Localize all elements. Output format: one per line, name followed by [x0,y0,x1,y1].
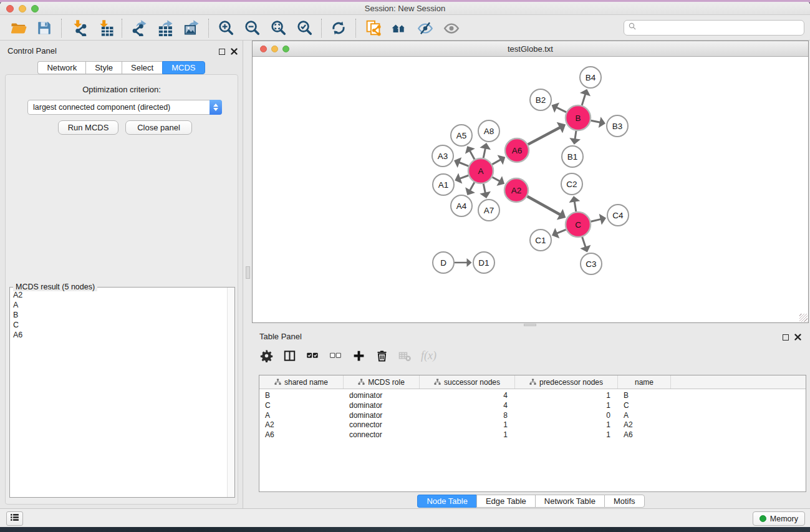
table-cell[interactable]: A2 [259,420,344,430]
tab-network-table[interactable]: Network Table [535,495,604,508]
mcds-result-item[interactable]: C [11,320,226,330]
export-table-icon[interactable] [156,19,175,37]
delete-column-icon[interactable] [375,349,388,362]
edge-C-C1[interactable] [557,230,566,233]
edge-C-C4[interactable] [591,219,600,221]
run-mcds-button[interactable]: Run MCDS [58,120,118,135]
float-panel-icon[interactable] [219,49,225,55]
table-cell[interactable]: 1 [515,401,618,411]
mcds-result-item[interactable]: A2 [11,290,226,300]
table-cell[interactable]: C [618,401,671,411]
export-image-icon[interactable] [182,19,201,37]
table-cell[interactable]: connector [344,420,420,430]
table-cell[interactable]: 1 [420,430,515,440]
graph-node-A5[interactable]: A5 [451,125,472,146]
table-row[interactable]: A2connector11A2 [259,420,806,430]
table-cell[interactable]: 1 [515,420,618,430]
column-header-predecessor-nodes[interactable]: predecessor nodes [515,375,618,389]
task-history-button[interactable] [6,511,23,526]
tab-edge-table[interactable]: Edge Table [476,495,535,508]
new-network-from-selection-icon[interactable] [364,19,382,37]
close-panel-button[interactable]: Close panel [125,120,192,135]
column-header-successor-nodes[interactable]: successor nodes [420,375,515,389]
edge-A-A4[interactable] [470,182,475,190]
table-cell[interactable]: 4 [420,401,515,411]
graph-node-B2[interactable]: B2 [530,89,551,110]
split-handle-vertical[interactable] [246,266,250,279]
table-cell[interactable]: B [618,391,671,401]
table-row[interactable]: Cdominator41C [259,401,806,411]
table-cell[interactable]: 1 [515,391,618,401]
split-handle-horizontal[interactable] [524,324,536,326]
table-cell[interactable]: B [259,391,344,401]
graph-node-C2[interactable]: C2 [561,173,582,195]
table-row[interactable]: A6connector11A6 [259,430,806,440]
table-row[interactable]: Adominator80A [259,411,806,421]
tab-motifs[interactable]: Motifs [604,495,645,508]
graph-node-C1[interactable]: C1 [530,230,551,251]
table-cell[interactable]: 1 [420,420,515,430]
result-scrollbar[interactable] [227,288,234,497]
graph-node-A3[interactable]: A3 [432,145,453,167]
graph-node-C3[interactable]: C3 [581,253,602,274]
edge-A-A2[interactable] [492,177,499,181]
table-cell[interactable]: 0 [515,411,618,421]
column-header-mcds-role[interactable]: MCDS role [344,375,420,389]
table-cell[interactable]: A [618,411,671,421]
zoom-out-icon[interactable] [243,19,261,37]
deselect-all-icon[interactable] [329,349,342,362]
table-cell[interactable]: connector [344,430,420,440]
tab-style[interactable]: Style [85,61,122,74]
import-table-icon[interactable] [95,19,114,37]
table-cell[interactable]: 4 [420,391,515,401]
column-header-shared-name[interactable]: shared name [259,375,344,389]
table-cell[interactable]: A6 [618,430,671,440]
tab-node-table[interactable]: Node Table [417,495,476,508]
graph-node-A6[interactable]: A6 [505,138,529,162]
table-cell[interactable]: A [259,411,344,421]
graph-node-B4[interactable]: B4 [580,67,601,88]
graph-node-D[interactable]: D [433,252,454,273]
graph-node-B3[interactable]: B3 [607,115,628,137]
table-cell[interactable]: dominator [344,391,420,401]
hide-selected-icon[interactable] [416,19,435,37]
edge-A6-B[interactable] [528,127,561,144]
show-columns-icon[interactable] [282,349,296,362]
tab-network[interactable]: Network [37,61,85,74]
show-all-icon[interactable] [442,19,461,37]
tab-select[interactable]: Select [122,61,162,74]
edge-A-A6[interactable] [492,160,501,165]
graph-node-A2[interactable]: A2 [504,178,528,202]
refresh-icon[interactable] [329,19,348,37]
mcds-result-item[interactable]: A6 [11,330,226,340]
table-cell[interactable]: A6 [259,430,344,440]
edge-A-A5[interactable] [470,151,475,160]
table-options-icon[interactable] [259,349,273,362]
table-cell[interactable]: C [259,401,344,411]
zoom-selected-icon[interactable] [295,19,314,37]
graph-node-A1[interactable]: A1 [433,174,454,195]
edge-A-A7[interactable] [483,184,485,193]
edge-A-A1[interactable] [460,175,468,178]
zoom-in-icon[interactable] [216,19,235,37]
add-column-icon[interactable] [352,349,365,362]
memory-button[interactable]: Memory [753,511,805,526]
tab-mcds[interactable]: MCDS [162,61,205,74]
graph-node-B[interactable]: B [566,105,591,130]
table-row[interactable]: Bdominator41B [259,391,806,401]
edge-B-B4[interactable] [582,94,586,105]
graph-node-B1[interactable]: B1 [562,146,583,167]
graph-node-A8[interactable]: A8 [478,120,499,142]
select-all-icon[interactable] [306,349,319,362]
column-header-name[interactable]: name [618,375,671,389]
export-network-icon[interactable] [130,19,148,37]
network-canvas[interactable]: AA1A2A3A4A5A6A7A8BB1B2B3B4CC1C2C3C4DD1 [253,57,808,322]
edge-B-B2[interactable] [556,107,566,112]
graph-node-A4[interactable]: A4 [451,195,472,216]
save-session-icon[interactable] [35,19,54,37]
search-input[interactable] [638,24,800,32]
edge-C-C2[interactable] [574,201,576,212]
close-panel-icon[interactable] [794,332,801,343]
graph-node-A7[interactable]: A7 [478,200,499,221]
zoom-fit-icon[interactable] [269,19,287,37]
